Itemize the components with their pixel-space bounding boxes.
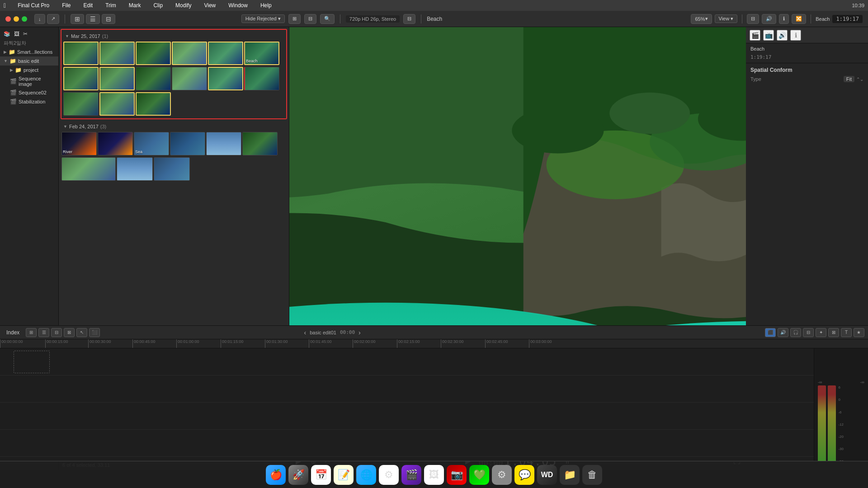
close-button[interactable] <box>5 16 11 22</box>
dock-trash[interactable]: 🗑 <box>582 465 602 485</box>
clip-thumb[interactable] <box>63 42 99 65</box>
clip-thumb[interactable] <box>170 132 205 155</box>
menu-final-cut-pro[interactable]: Final Cut Pro <box>15 1 52 9</box>
timeline-color-btn[interactable]: ⬛ <box>765 328 776 337</box>
dock-folder[interactable]: 📁 <box>560 465 580 485</box>
clip-thumb[interactable] <box>208 67 243 90</box>
clip-thumb[interactable] <box>117 157 153 181</box>
dock-photo-booth[interactable]: 📷 <box>447 465 467 485</box>
date-header-mar25[interactable]: ▼ Mar 25, 2017 (1) <box>63 32 284 41</box>
menu-window[interactable]: Window <box>226 1 250 9</box>
sidebar-basic-edit[interactable]: ▼ 📁 basic edit <box>0 56 58 66</box>
clip-thumb[interactable] <box>99 92 135 116</box>
share-button[interactable]: ↗ <box>47 14 59 24</box>
menu-mark[interactable]: Mark <box>126 1 144 9</box>
timeline-transitions-btn[interactable]: ⊠ <box>828 328 839 337</box>
dock-system-pref[interactable]: ⚙ <box>492 465 512 485</box>
timeline-audio-btn[interactable]: 🔊 <box>778 328 788 337</box>
zoom-level-btn[interactable]: 65% ▾ <box>691 14 712 24</box>
clip-thumb[interactable] <box>99 67 135 90</box>
apple-logo-icon[interactable]:  <box>4 2 6 9</box>
dock-app1[interactable]: 💚 <box>469 465 489 485</box>
clip-thumb[interactable] <box>136 67 171 90</box>
date-header-feb24[interactable]: ▼ Feb 24, 2017 (3) <box>61 122 286 131</box>
sidebar-sequence02[interactable]: 🎬 Sequence02 <box>0 88 58 97</box>
sidebar-sequence-image[interactable]: 🎬 Sequence image <box>0 75 58 88</box>
search-btn[interactable]: 🔍 <box>320 14 335 24</box>
clip-thumb[interactable] <box>136 42 171 65</box>
import-button[interactable]: ↓ <box>34 14 45 24</box>
clip-thumb[interactable] <box>172 67 207 90</box>
info-btn[interactable]: ℹ <box>779 14 789 24</box>
inspector-info-btn[interactable]: ℹ <box>790 30 801 41</box>
audio-btn[interactable]: 🔊 <box>762 14 776 24</box>
clip-sea[interactable]: Sea <box>134 132 169 155</box>
inspector-clip-btn[interactable]: 🎬 <box>750 30 760 41</box>
timeline-generators-btn[interactable]: ★ <box>854 328 864 337</box>
clip-thumb[interactable] <box>172 42 207 65</box>
clip-thumb-beach[interactable]: Beach <box>244 42 279 65</box>
timeline-snap-btn[interactable]: ⊟ <box>803 328 814 337</box>
viewer-view-btn[interactable]: View ▾ <box>715 14 738 23</box>
hide-rejected-button[interactable]: Hide Rejected ▾ <box>241 14 285 23</box>
dock-kakao[interactable]: 💬 <box>514 465 534 485</box>
timeline-role-btn[interactable]: ⊟ <box>51 328 62 337</box>
dock-launchpad[interactable]: 🚀 <box>288 465 308 485</box>
clip-thumb[interactable] <box>242 132 278 155</box>
dock-photos[interactable]: 🖼 <box>424 465 444 485</box>
timeline-next-btn[interactable]: › <box>359 329 361 336</box>
clip-river[interactable]: River <box>61 132 97 155</box>
index-button[interactable]: Index <box>4 328 22 337</box>
menu-trim[interactable]: Trim <box>103 1 119 9</box>
format-settings-btn[interactable]: ⊟ <box>403 14 415 24</box>
clip-view-btn1[interactable]: ⊞ <box>288 14 301 24</box>
menu-help[interactable]: Help <box>258 1 274 9</box>
view-toggle-btn[interactable]: ⊞ <box>71 14 84 24</box>
inspector-toggle-btn[interactable]: ⊟ <box>747 14 759 24</box>
menu-modify[interactable]: Modify <box>173 1 194 9</box>
view-list-btn[interactable]: ☰ <box>86 14 100 24</box>
timeline-tool-select[interactable]: ↖ <box>76 328 87 337</box>
clip-thumb[interactable] <box>99 42 135 65</box>
dock-stickies[interactable]: 📝 <box>334 465 354 485</box>
clip-thumb[interactable] <box>208 42 243 65</box>
sidebar-stabilization[interactable]: 🎬 Stabilization <box>0 97 58 106</box>
timeline-zoom-btn[interactable]: ⊠ <box>64 328 75 337</box>
clip-thumb[interactable] <box>154 157 190 181</box>
view-meta-btn[interactable]: ⊟ <box>102 14 115 24</box>
dock-calendar[interactable]: 📅 <box>311 465 331 485</box>
timeline-prev-btn[interactable]: ‹ <box>304 329 307 336</box>
menu-clip[interactable]: Clip <box>151 1 165 9</box>
dock-final-cut[interactable]: 🎬 <box>401 465 421 485</box>
effects-btn[interactable]: 🔀 <box>792 14 806 24</box>
timeline-clip-btn[interactable]: ⊞ <box>26 328 37 337</box>
inspector-video-btn[interactable]: 📺 <box>763 30 774 41</box>
timeline-tool-2[interactable]: ⬛ <box>89 328 100 337</box>
timeline-solo-btn[interactable]: 🎧 <box>790 328 801 337</box>
dock-finder[interactable]: 🍎 <box>266 465 286 485</box>
dock-wd[interactable]: WD <box>537 465 557 485</box>
svg-point-6 <box>609 93 690 134</box>
type-control[interactable]: Fit ⌃⌄ <box>844 76 863 82</box>
minimize-button[interactable] <box>14 16 19 22</box>
clip-thumb[interactable] <box>244 67 279 90</box>
sidebar-project[interactable]: ▶ 📁 project <box>0 66 58 75</box>
inspector-audio-btn[interactable]: 🔊 <box>777 30 788 41</box>
timeline-titles-btn[interactable]: T <box>841 328 852 337</box>
fullscreen-button[interactable] <box>22 16 27 22</box>
clip-thumb[interactable] <box>206 132 241 155</box>
clip-view-btn2[interactable]: ⊟ <box>304 14 316 24</box>
menu-view[interactable]: View <box>201 1 218 9</box>
clip-thumb[interactable] <box>61 157 116 181</box>
clip-thumb[interactable] <box>136 92 171 116</box>
menu-file[interactable]: File <box>59 1 73 9</box>
clip-thumb[interactable] <box>63 92 99 116</box>
menu-edit[interactable]: Edit <box>81 1 96 9</box>
sidebar-smart-collections[interactable]: ▶ 📁 Smart...llections <box>0 47 58 56</box>
clip-thumb[interactable] <box>63 67 99 90</box>
timeline-effects-btn[interactable]: ✦ <box>816 328 826 337</box>
dock-safari[interactable]: 🌐 <box>356 465 376 485</box>
clip-thumb[interactable] <box>98 132 133 155</box>
timeline-lane-btn[interactable]: ☰ <box>38 328 49 337</box>
dock-chrome[interactable]: ⚙ <box>379 465 399 485</box>
